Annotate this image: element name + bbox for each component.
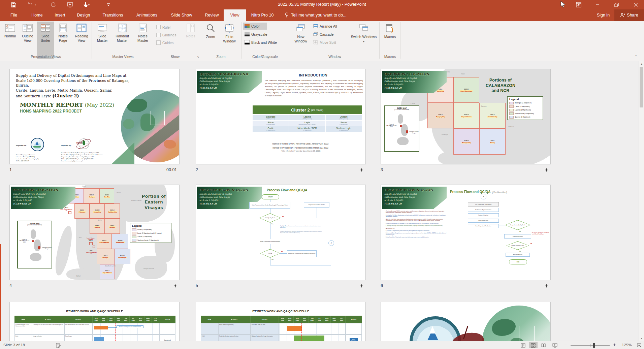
close-button[interactable] — [629, 0, 643, 9]
slide2-heading: INTRODUCTION — [263, 73, 363, 77]
arrange-all-icon — [313, 24, 318, 28]
cascade-button[interactable]: Cascade — [312, 31, 335, 38]
globe-landmass — [123, 119, 134, 129]
notes-page-button[interactable]: Notes Page — [55, 22, 71, 59]
reading-view-status-button[interactable] — [539, 342, 548, 348]
undo-button[interactable] — [27, 1, 34, 8]
slide-thumbnail-4[interactable]: 3823-IBiliran 3923-IVCarigara 3923-ISta.… — [9, 185, 180, 280]
slide-indicator[interactable]: Slide 3 of 18 — [3, 343, 25, 347]
outline-view-button[interactable]: Outline View — [19, 22, 36, 59]
grayscale-button[interactable]: Grayscale — [243, 31, 268, 38]
handout-master-button[interactable]: Handout Master — [112, 22, 133, 59]
new-window-button[interactable]: New Window — [291, 22, 311, 59]
slide-thumbnail-9[interactable] — [381, 302, 551, 341]
ribbon-display-options-button[interactable] — [571, 0, 586, 9]
start-from-beginning-button[interactable] — [67, 1, 73, 8]
zoom-percentage[interactable]: 125% — [622, 343, 632, 347]
fit-slide-to-window-button[interactable] — [635, 342, 643, 348]
gridlines-checkbox[interactable]: Gridlines — [155, 31, 178, 38]
tab-file[interactable]: File — [6, 9, 22, 21]
zoom-button[interactable]: Zoom — [203, 22, 218, 59]
notes-proofing-icon[interactable] — [54, 342, 63, 348]
vertical-scrollbar[interactable]: ▲ ▼ — [639, 61, 644, 341]
notes-master-button[interactable]: Notes Master — [133, 22, 152, 59]
sign-in-link[interactable]: Sign in — [593, 9, 613, 21]
slide-sorter-status-button[interactable] — [529, 342, 538, 348]
ruler-checkbox[interactable]: Ruler — [155, 24, 172, 31]
globe-square-outline — [151, 111, 165, 125]
move-split-icon — [313, 40, 318, 44]
tab-insert[interactable]: Insert — [51, 9, 69, 21]
mapsheet-cell: 3923-ISta. Rita — [100, 188, 114, 203]
flow-line — [281, 218, 317, 218]
scroll-down-icon[interactable]: ▼ — [639, 336, 644, 341]
scroll-up-icon[interactable]: ▲ — [639, 61, 644, 66]
tab-transitions[interactable]: Transitions — [98, 9, 127, 21]
normal-view-status-button[interactable] — [519, 342, 527, 348]
checkbox-icon — [156, 25, 161, 29]
schedule-row: Coordination with Local Government Unit … — [14, 323, 175, 335]
show-dialog-launcher-icon[interactable]: ↘ — [197, 55, 199, 58]
slide-thumbnail-3[interactable]: 3129-ICavite City 3229-IVCity of Muntinl… — [381, 69, 551, 164]
insertion-indicator — [0, 244, 1, 341]
scrollbar-thumb[interactable] — [640, 67, 643, 107]
dropdown-caret-icon: ▾ — [363, 40, 364, 43]
share-button[interactable]: Share — [614, 9, 644, 21]
tab-slide-show[interactable]: Slide Show — [166, 9, 197, 21]
macros-button[interactable]: Macros — [381, 22, 399, 59]
slide-thumbnail-6[interactable]: PROCESS FLOW & QC/QA Supply and Delivery… — [381, 185, 551, 280]
mapsheet-cell: 3923-IIIOrmoc City — [90, 203, 105, 219]
customize-qat-button[interactable] — [105, 1, 112, 8]
redo-button[interactable] — [50, 1, 57, 8]
restore-button[interactable] — [609, 0, 624, 9]
collapse-ribbon-icon[interactable]: ⌃ — [635, 55, 637, 58]
touch-mode-caret-icon[interactable]: ▾ — [88, 3, 90, 6]
switch-windows-button[interactable]: Switch Windows ▾ — [350, 22, 377, 59]
zoom-slider-thumb[interactable] — [593, 343, 595, 348]
tab-review[interactable]: Review — [201, 9, 222, 21]
tab-design[interactable]: Design — [73, 9, 94, 21]
tab-view[interactable]: View — [224, 9, 246, 21]
slide1-title-line: Scale 1:50,000 Covering Portions of the … — [16, 78, 137, 88]
slide-thumbnail-7[interactable]: ITEMIZED WORK AND QA/QC SCHEDULE TASK AC… — [9, 302, 180, 341]
touch-mouse-mode-button[interactable] — [82, 1, 89, 8]
move-split-button[interactable]: Move Split — [312, 39, 337, 46]
slide-thumbnail-5[interactable]: PROCESS FLOW & QC/QA Supply and Delivery… — [196, 185, 366, 280]
fit-to-window-button[interactable]: Fit to Window — [219, 22, 240, 59]
switch-windows-icon — [359, 24, 369, 33]
legend-item: Cavite (2 Mapsheets) — [509, 105, 541, 108]
table-cell: Samar(1 Mapsheet) — [326, 121, 362, 126]
tab-home[interactable]: Home — [28, 9, 46, 21]
undo-caret-icon[interactable]: ▾ — [35, 3, 36, 6]
guides-checkbox[interactable]: Guides — [155, 39, 175, 46]
ribbon-separator — [379, 22, 380, 59]
table-cell: Quezon(1 Mapsheet) — [326, 115, 362, 120]
normal-view-button[interactable]: Normal — [2, 22, 18, 59]
zoom-in-button[interactable]: + — [613, 342, 616, 347]
slide-thumbnail-2[interactable]: DETAILS / BACKGROUND Supply and Delivery… — [196, 69, 366, 164]
geo-label: Cebu — [78, 237, 82, 239]
black-and-white-button[interactable]: Black and White — [243, 39, 278, 46]
index-map-island — [401, 124, 408, 136]
slide-show-status-button[interactable] — [550, 342, 559, 348]
tab-nitro-pro[interactable]: Nitro Pro 10 — [247, 9, 278, 21]
fit-to-window-icon — [224, 24, 234, 33]
tellme-box[interactable]: Tell me what you want to do... — [290, 9, 347, 21]
index-map-marker — [32, 240, 34, 242]
flow-no-label: No — [282, 216, 284, 217]
save-button[interactable] — [10, 1, 17, 8]
minimize-button[interactable] — [590, 0, 605, 9]
notes-button[interactable]: Notes — [183, 22, 199, 59]
normal-view-icon — [5, 24, 15, 32]
color-button[interactable]: Color — [243, 23, 267, 30]
slide-thumbnail-8[interactable]: ITEMIZED WORK AND QA/QC SCHEDULE TASK AC… — [196, 302, 366, 341]
slide-sorter-button[interactable]: Slide Sorter — [37, 22, 54, 59]
slide-master-button[interactable]: Slide Master — [94, 22, 111, 59]
tab-animations[interactable]: Animations — [132, 9, 162, 21]
arrange-all-button[interactable]: Arrange All — [312, 23, 338, 30]
reading-view-button[interactable]: Reading View — [72, 22, 91, 59]
namria-logo-mountain — [35, 141, 39, 145]
geo-label: Bohol — [76, 275, 80, 277]
zoom-out-button[interactable]: − — [564, 342, 567, 348]
slide-thumbnail-1[interactable]: Supply and Delivery of Digital Orthoimag… — [9, 69, 180, 164]
